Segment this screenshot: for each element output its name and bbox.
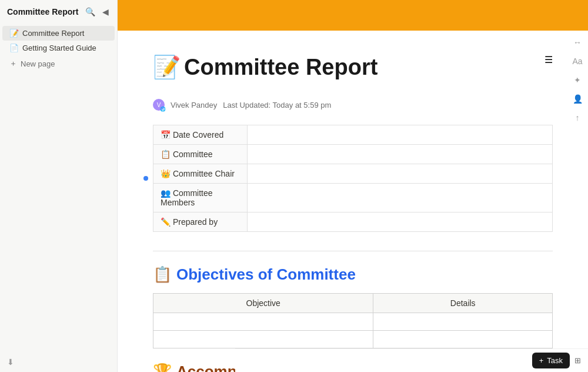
toc-icon[interactable]: ☰ [544, 54, 553, 65]
accomplishments-emoji: 🏆 [153, 363, 172, 372]
new-page-button[interactable]: ＋ New page [2, 55, 115, 72]
author-name: Vivek Pandey [171, 101, 217, 109]
sidebar-item-getting-started-label: Getting Started Guide [22, 44, 96, 52]
objectives-title: Objectives of Committee [176, 265, 356, 284]
task-button[interactable]: + Task [532, 353, 570, 368]
task-plus-icon: + [539, 356, 544, 365]
table-row: 👥 Committee Members [153, 184, 553, 212]
info-value-members[interactable] [248, 184, 553, 212]
new-page-plus-icon: ＋ [9, 58, 17, 69]
collapse-button[interactable]: ◀ [101, 6, 110, 18]
objectives-heading: 📋 Objectives of Committee [153, 265, 553, 284]
main-area: ↔ Aa ✦ 👤 ↑ 📝Committee Report ☰ V Vivek P… [118, 0, 588, 372]
last-updated: Last Updated: Today at 5:59 pm [223, 101, 331, 109]
title-emoji: 📝 [153, 54, 181, 80]
objectives-header-row: Objective Details [153, 294, 553, 313]
getting-started-icon: 📄 [9, 44, 19, 52]
sidebar-item-committee-report-label: Committee Report [22, 29, 84, 38]
settings-icon[interactable]: ⬇ [7, 357, 14, 367]
objectives-col-objective: Objective [153, 294, 373, 313]
style-icon[interactable]: ✦ [574, 75, 581, 85]
search-button[interactable]: 🔍 [84, 6, 96, 18]
doc-title: 📝Committee Report [153, 54, 377, 80]
sidebar-nav: 📝 Committee Report 📄 Getting Started Gui… [0, 24, 117, 352]
info-table: 📅 Date Covered 📋 Committee 👑 Committee C… [153, 125, 553, 232]
author-avatar: V [153, 99, 165, 111]
table-row: ✏️ Prepared by [153, 212, 553, 232]
info-value-date[interactable] [248, 125, 553, 145]
content-area: 📝Committee Report ☰ V Vivek Pandey Last … [118, 31, 588, 372]
table-row [153, 331, 553, 348]
table-row [153, 313, 553, 331]
bottom-bar: + Task ⊞ [235, 348, 588, 372]
blue-dot [143, 176, 148, 181]
grid-view-button[interactable]: ⊞ [574, 356, 581, 365]
expand-icon[interactable]: ↔ [573, 38, 582, 47]
collaborators-icon[interactable]: 👤 [573, 94, 583, 104]
objectives-table: Objective Details [153, 293, 553, 348]
info-value-chair[interactable] [248, 164, 553, 184]
sidebar-item-getting-started[interactable]: 📄 Getting Started Guide [2, 41, 115, 55]
info-label-prepared: ✏️ Prepared by [153, 212, 248, 232]
objectives-row1-objective[interactable] [153, 313, 373, 331]
info-label-committee: 📋 Committee [153, 145, 248, 164]
title-row: 📝Committee Report ☰ [153, 54, 553, 89]
sidebar-header-icons: 🔍 ◀ [84, 6, 110, 18]
divider-1 [153, 251, 553, 251]
table-row: 📋 Committee [153, 145, 553, 164]
doc-title-text: Committee Report [184, 55, 377, 80]
sidebar: Committee Report 🔍 ◀ 📝 Committee Report … [0, 0, 118, 372]
objectives-row2-objective[interactable] [153, 331, 373, 348]
info-value-prepared[interactable] [248, 212, 553, 232]
sidebar-item-committee-report[interactable]: 📝 Committee Report [2, 26, 115, 41]
sidebar-bottom: ⬇ [0, 352, 117, 372]
doc-meta: V Vivek Pandey Last Updated: Today at 5:… [153, 99, 553, 111]
task-label: Task [547, 356, 563, 365]
objectives-col-details: Details [373, 294, 553, 313]
table-row: 👑 Committee Chair [153, 164, 553, 184]
info-label-members: 👥 Committee Members [153, 184, 248, 212]
info-table-wrapper: 📅 Date Covered 📋 Committee 👑 Committee C… [153, 125, 553, 232]
table-row: 📅 Date Covered [153, 125, 553, 145]
info-label-date: 📅 Date Covered [153, 125, 248, 145]
info-value-committee[interactable] [248, 145, 553, 164]
committee-report-icon: 📝 [9, 29, 19, 38]
info-label-chair: 👑 Committee Chair [153, 164, 248, 184]
objectives-row2-details[interactable] [373, 331, 553, 348]
objectives-emoji: 📋 [153, 265, 172, 284]
sidebar-title: Committee Report [7, 7, 78, 16]
objectives-row1-details[interactable] [373, 313, 553, 331]
doc-content: 📝Committee Report ☰ V Vivek Pandey Last … [153, 31, 553, 372]
sidebar-header: Committee Report 🔍 ◀ [0, 0, 117, 24]
new-page-label: New page [21, 59, 55, 68]
orange-header-bar [118, 0, 588, 31]
right-toolbar: ↔ Aa ✦ 👤 ↑ [567, 31, 588, 129]
typography-icon[interactable]: Aa [572, 57, 582, 66]
share-icon[interactable]: ↑ [576, 113, 580, 122]
